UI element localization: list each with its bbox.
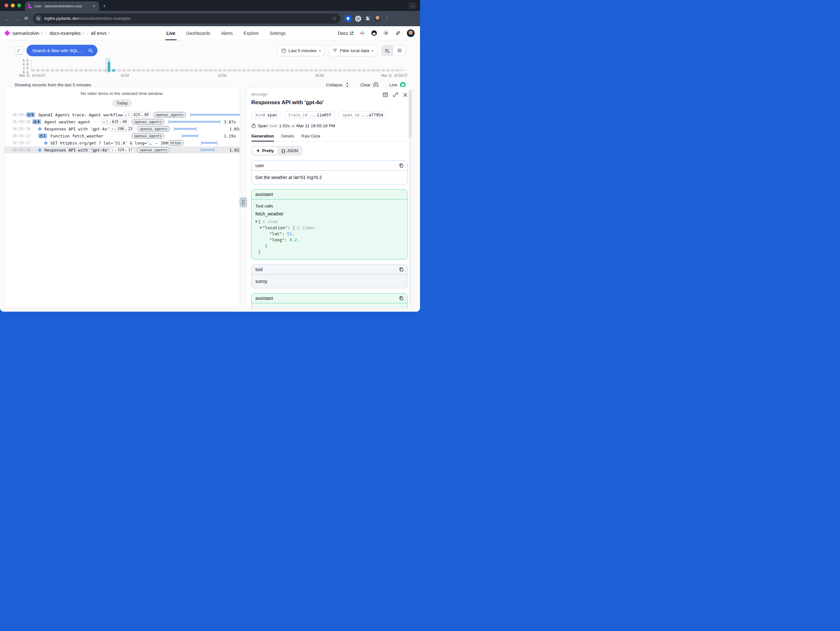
span-row[interactable]: 16:55:17 1 Function fetch_weather openai… — [5, 133, 240, 139]
site-settings-icon[interactable] — [35, 15, 42, 22]
breadcrumb-env[interactable]: all envs˄˅ — [91, 31, 110, 36]
tab-generation[interactable]: Generation — [251, 134, 274, 141]
tab-dashboards[interactable]: Dashboards — [186, 26, 211, 40]
share-link-icon[interactable] — [395, 30, 401, 36]
browser-tab[interactable]: Live · samuelcolvin/docs-exa × — [25, 1, 99, 11]
tab-close-icon[interactable]: × — [92, 4, 96, 8]
bookmark-star-icon[interactable]: ☆ — [332, 16, 336, 21]
close-icon[interactable] — [403, 93, 407, 97]
today-chip[interactable]: Today — [112, 99, 132, 107]
panel-scrollbar-thumb[interactable] — [409, 90, 412, 138]
app-header: samuelcolvin˄˅ / docs-examples˄˅ / all e… — [0, 26, 420, 40]
search-input[interactable]: Search & filter with SQL... — [27, 45, 98, 56]
view-mode-toggle — [381, 45, 406, 56]
histogram-bar-small[interactable] — [112, 69, 115, 72]
permalink-icon[interactable] — [393, 92, 398, 98]
back-icon[interactable]: ← — [5, 16, 10, 21]
records-histogram[interactable]: 6.04.02.00.0 Mar 11. 16:54:27 16:55 16:5… — [14, 59, 406, 79]
tab-search-button[interactable]: ⌄ — [409, 3, 417, 9]
zoom-window-button[interactable] — [17, 3, 21, 7]
tab-alerts[interactable]: Alerts — [221, 26, 233, 40]
close-window-button[interactable] — [5, 3, 8, 7]
trace-list-panel: No older items in the selected time wind… — [4, 87, 240, 308]
scope-tag[interactable]: openai_agents — [137, 126, 170, 132]
collapse-count-badge[interactable]: 5 — [26, 112, 35, 117]
chevron-down-icon[interactable]: ▼ — [260, 225, 262, 231]
tab-settings[interactable]: Settings — [270, 26, 286, 40]
x-axis-label: 16:55 — [120, 74, 129, 77]
span-row[interactable]: 16:55:16 4 Agent weather agent ⊘Σ↗625↙40… — [5, 118, 240, 125]
github-icon[interactable] — [371, 30, 377, 36]
clear-button[interactable]: Clear — [360, 82, 379, 88]
breadcrumb-org[interactable]: samuelcolvin˄˅ — [13, 31, 43, 36]
calendar-icon — [281, 48, 286, 53]
browser-menu-icon[interactable]: ⋮ — [385, 16, 389, 21]
local-filter-dropdown[interactable]: Filter local data ▾ — [328, 45, 377, 56]
circle-extension-icon[interactable] — [355, 16, 361, 22]
span-row[interactable]: 16:55:16 Responses API with 'gpt-4o' ⊘↗2… — [5, 125, 240, 133]
scope-tag[interactable]: openai_agents — [132, 119, 164, 125]
span-duration-bar — [191, 114, 240, 116]
browser-profile-avatar[interactable] — [374, 15, 381, 22]
scope-tag[interactable]: openai_agents — [153, 112, 186, 118]
copy-icon[interactable] — [399, 296, 403, 300]
span-row[interactable]: 16:55:17 GET httpbin.org/get ? lat='51.0… — [5, 139, 240, 147]
reload-icon[interactable]: ⟳ — [24, 16, 28, 21]
copy-icon[interactable] — [399, 267, 403, 272]
span-row-selected[interactable]: 16:55:18 Responses API with 'gpt-4o' ⊘↗3… — [5, 147, 240, 153]
tab-live[interactable]: Live — [167, 26, 175, 40]
status-row: Showing records from the last 5 minutes … — [0, 79, 420, 88]
tab-explore[interactable]: Explore — [243, 26, 259, 40]
tokens-out-arrow-icon: ↙ — [120, 120, 122, 124]
span-timing-line: Span took 1.02s at Mar 11 16:55:18 PM — [251, 123, 407, 128]
breadcrumb-project[interactable]: docs-examples˄˅ — [49, 31, 85, 36]
url-text[interactable]: logfire.pydantic.dev/samuelcolvin/docs-e… — [44, 16, 330, 21]
tree-view-button[interactable] — [382, 46, 393, 55]
time-range-dropdown[interactable]: Last 5 minutes ▾ — [277, 45, 325, 56]
trace-id-pill[interactable]: trace_id...11a05f — [284, 111, 335, 118]
span-duration: 1.19s — [220, 134, 240, 139]
tab-details[interactable]: Details — [281, 134, 294, 141]
scope-tag[interactable]: httpx — [168, 140, 183, 146]
tool-args-json-tree: ▼{1 item ▼"location": {2 items "lat": 51… — [256, 219, 403, 255]
copy-icon[interactable] — [399, 163, 403, 168]
scope-tag[interactable]: openai_agents — [137, 147, 170, 153]
slash-shortcut-key: / — [14, 46, 23, 55]
span-id-pill[interactable]: span_id...a77954 — [338, 111, 387, 118]
tab-strip: Live · samuelcolvin/docs-exa × + ⌄ — [0, 0, 420, 11]
panel-resize-handle[interactable] — [239, 197, 247, 207]
scope-tag[interactable]: openai_agents — [132, 133, 164, 139]
external-link-icon — [350, 32, 354, 35]
collapse-button[interactable]: Collapse — [326, 82, 349, 87]
span-time: 16:55:16 — [5, 126, 25, 131]
docs-link[interactable]: Docs — [338, 31, 354, 36]
new-tab-button[interactable]: + — [103, 3, 106, 9]
collapse-count-badge[interactable]: 1 — [38, 133, 47, 139]
minimize-window-button[interactable] — [11, 3, 15, 7]
user-avatar[interactable] — [407, 29, 415, 38]
span-name: GET httpbin.org/get ? lat='51.0' & long=… — [51, 140, 152, 145]
address-bar[interactable]: logfire.pydantic.dev/samuelcolvin/docs-e… — [33, 13, 340, 24]
histogram-selection[interactable] — [106, 58, 110, 72]
archive-icon[interactable] — [383, 92, 388, 98]
list-view-button[interactable] — [393, 46, 405, 55]
theme-sun-icon[interactable] — [383, 30, 389, 36]
shield-extension-icon[interactable] — [345, 15, 351, 22]
collapse-count-badge[interactable]: 4 — [32, 119, 41, 125]
extensions-puzzle-icon[interactable] — [365, 16, 370, 21]
span-row[interactable]: 16:55:16 5 OpenAI Agents trace: Agent wo… — [5, 111, 240, 118]
pretty-view-button[interactable]: Pretty — [252, 147, 278, 155]
slack-icon[interactable] — [360, 30, 365, 36]
histogram-plot[interactable]: Mar 11. 16:54:27 16:55 16:56 16:58 Mar 1… — [31, 60, 406, 72]
showing-records-text: Showing records from the last 5 minutes — [14, 82, 92, 87]
tokens-in-arrow-icon: ↗ — [115, 127, 117, 131]
json-view-button[interactable]: { } JSON — [278, 147, 302, 155]
histogram-baseline-end — [401, 70, 406, 71]
traffic-lights[interactable] — [0, 0, 25, 11]
message-role: assistant — [256, 296, 273, 301]
span-rows: 16:55:16 5 OpenAI Agents trace: Agent wo… — [5, 111, 240, 153]
logfire-logo-icon[interactable] — [4, 30, 10, 36]
tab-raw-data[interactable]: Raw Data — [302, 134, 320, 141]
chevron-down-icon[interactable]: ▼ — [256, 219, 257, 225]
forward-icon[interactable]: → — [14, 16, 20, 21]
